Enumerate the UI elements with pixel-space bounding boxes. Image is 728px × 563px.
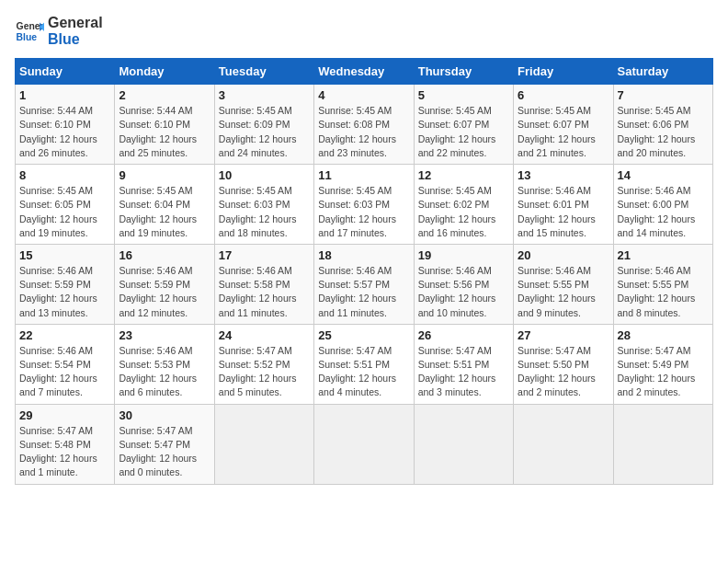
day-detail: Sunrise: 5:46 AM Sunset: 5:54 PM Dayligh…	[19, 344, 110, 400]
day-number: 23	[119, 328, 210, 342]
day-detail: Sunrise: 5:46 AM Sunset: 6:00 PM Dayligh…	[618, 184, 709, 240]
day-detail: Sunrise: 5:45 AM Sunset: 6:04 PM Dayligh…	[119, 184, 210, 240]
day-number: 13	[518, 168, 609, 182]
day-number: 6	[518, 88, 609, 102]
day-detail: Sunrise: 5:45 AM Sunset: 6:06 PM Dayligh…	[618, 104, 709, 160]
day-detail: Sunrise: 5:45 AM Sunset: 6:02 PM Dayligh…	[418, 184, 509, 240]
calendar-cell: 13Sunrise: 5:46 AM Sunset: 6:01 PM Dayli…	[514, 165, 613, 245]
day-number: 11	[318, 168, 409, 182]
day-detail: Sunrise: 5:47 AM Sunset: 5:47 PM Dayligh…	[119, 424, 210, 480]
day-detail: Sunrise: 5:46 AM Sunset: 5:56 PM Dayligh…	[418, 264, 509, 320]
calendar-cell: 11Sunrise: 5:45 AM Sunset: 6:03 PM Dayli…	[314, 165, 414, 245]
day-number: 12	[418, 168, 509, 182]
day-number: 16	[119, 248, 210, 262]
day-number: 27	[518, 328, 609, 342]
calendar-cell: 2Sunrise: 5:44 AM Sunset: 6:10 PM Daylig…	[115, 85, 214, 165]
calendar-week-4: 29Sunrise: 5:47 AM Sunset: 5:48 PM Dayli…	[16, 404, 713, 484]
calendar-cell	[613, 404, 712, 484]
day-detail: Sunrise: 5:45 AM Sunset: 6:07 PM Dayligh…	[518, 104, 609, 160]
calendar-cell: 8Sunrise: 5:45 AM Sunset: 6:05 PM Daylig…	[16, 165, 115, 245]
logo-icon: General Blue	[15, 17, 44, 46]
day-detail: Sunrise: 5:46 AM Sunset: 5:59 PM Dayligh…	[119, 264, 210, 320]
calendar-cell: 12Sunrise: 5:45 AM Sunset: 6:02 PM Dayli…	[414, 165, 513, 245]
day-detail: Sunrise: 5:45 AM Sunset: 6:07 PM Dayligh…	[418, 104, 509, 160]
day-detail: Sunrise: 5:44 AM Sunset: 6:10 PM Dayligh…	[19, 104, 110, 160]
day-number: 28	[618, 328, 709, 342]
day-number: 21	[618, 248, 709, 262]
day-number: 20	[518, 248, 609, 262]
page-header: General Blue General Blue	[15, 15, 713, 47]
calendar-cell: 24Sunrise: 5:47 AM Sunset: 5:52 PM Dayli…	[214, 324, 313, 404]
day-detail: Sunrise: 5:45 AM Sunset: 6:05 PM Dayligh…	[19, 184, 110, 240]
day-number: 1	[19, 88, 110, 102]
calendar-cell: 30Sunrise: 5:47 AM Sunset: 5:47 PM Dayli…	[115, 404, 214, 484]
header-monday: Monday	[115, 59, 214, 85]
day-detail: Sunrise: 5:45 AM Sunset: 6:03 PM Dayligh…	[318, 184, 409, 240]
logo: General Blue General Blue	[15, 15, 103, 47]
day-detail: Sunrise: 5:44 AM Sunset: 6:10 PM Dayligh…	[119, 104, 210, 160]
calendar-cell: 28Sunrise: 5:47 AM Sunset: 5:49 PM Dayli…	[613, 324, 712, 404]
header-saturday: Saturday	[613, 59, 712, 85]
calendar-cell: 20Sunrise: 5:46 AM Sunset: 5:55 PM Dayli…	[514, 244, 613, 324]
calendar-cell: 18Sunrise: 5:46 AM Sunset: 5:57 PM Dayli…	[314, 244, 414, 324]
calendar-cell: 19Sunrise: 5:46 AM Sunset: 5:56 PM Dayli…	[414, 244, 513, 324]
header-thursday: Thursday	[414, 59, 513, 85]
day-number: 4	[318, 88, 409, 102]
calendar-cell: 23Sunrise: 5:46 AM Sunset: 5:53 PM Dayli…	[115, 324, 214, 404]
calendar-week-3: 22Sunrise: 5:46 AM Sunset: 5:54 PM Dayli…	[16, 324, 713, 404]
calendar-cell: 6Sunrise: 5:45 AM Sunset: 6:07 PM Daylig…	[514, 85, 613, 165]
day-detail: Sunrise: 5:46 AM Sunset: 6:01 PM Dayligh…	[518, 184, 609, 240]
calendar-cell: 5Sunrise: 5:45 AM Sunset: 6:07 PM Daylig…	[414, 85, 513, 165]
day-number: 19	[418, 248, 509, 262]
day-number: 9	[119, 168, 210, 182]
calendar-cell: 22Sunrise: 5:46 AM Sunset: 5:54 PM Dayli…	[16, 324, 115, 404]
day-number: 25	[318, 328, 409, 342]
day-detail: Sunrise: 5:45 AM Sunset: 6:08 PM Dayligh…	[318, 104, 409, 160]
calendar-cell: 27Sunrise: 5:47 AM Sunset: 5:50 PM Dayli…	[514, 324, 613, 404]
calendar-cell: 9Sunrise: 5:45 AM Sunset: 6:04 PM Daylig…	[115, 165, 214, 245]
calendar-cell	[214, 404, 313, 484]
calendar-cell: 25Sunrise: 5:47 AM Sunset: 5:51 PM Dayli…	[314, 324, 414, 404]
calendar-cell: 7Sunrise: 5:45 AM Sunset: 6:06 PM Daylig…	[613, 85, 712, 165]
day-detail: Sunrise: 5:45 AM Sunset: 6:09 PM Dayligh…	[219, 104, 310, 160]
day-detail: Sunrise: 5:46 AM Sunset: 5:55 PM Dayligh…	[618, 264, 709, 320]
header-friday: Friday	[514, 59, 613, 85]
day-number: 3	[219, 88, 310, 102]
day-detail: Sunrise: 5:46 AM Sunset: 5:59 PM Dayligh…	[19, 264, 110, 320]
day-number: 14	[618, 168, 709, 182]
day-number: 8	[19, 168, 110, 182]
day-number: 30	[119, 408, 210, 422]
calendar-header-row: SundayMondayTuesdayWednesdayThursdayFrid…	[16, 59, 713, 85]
day-number: 10	[219, 168, 310, 182]
calendar-week-0: 1Sunrise: 5:44 AM Sunset: 6:10 PM Daylig…	[16, 85, 713, 165]
calendar-cell	[314, 404, 414, 484]
calendar-cell: 1Sunrise: 5:44 AM Sunset: 6:10 PM Daylig…	[16, 85, 115, 165]
day-detail: Sunrise: 5:45 AM Sunset: 6:03 PM Dayligh…	[219, 184, 310, 240]
day-number: 15	[19, 248, 110, 262]
logo-blue: Blue	[48, 31, 103, 48]
day-detail: Sunrise: 5:47 AM Sunset: 5:50 PM Dayligh…	[518, 344, 609, 400]
day-detail: Sunrise: 5:47 AM Sunset: 5:51 PM Dayligh…	[318, 344, 409, 400]
day-number: 17	[219, 248, 310, 262]
logo-general: General	[48, 15, 103, 31]
header-sunday: Sunday	[16, 59, 115, 85]
calendar-cell: 10Sunrise: 5:45 AM Sunset: 6:03 PM Dayli…	[214, 165, 313, 245]
day-number: 18	[318, 248, 409, 262]
calendar-cell: 29Sunrise: 5:47 AM Sunset: 5:48 PM Dayli…	[16, 404, 115, 484]
day-detail: Sunrise: 5:46 AM Sunset: 5:58 PM Dayligh…	[219, 264, 310, 320]
header-tuesday: Tuesday	[214, 59, 313, 85]
day-detail: Sunrise: 5:47 AM Sunset: 5:49 PM Dayligh…	[618, 344, 709, 400]
calendar-cell: 17Sunrise: 5:46 AM Sunset: 5:58 PM Dayli…	[214, 244, 313, 324]
calendar-cell: 14Sunrise: 5:46 AM Sunset: 6:00 PM Dayli…	[613, 165, 712, 245]
calendar-cell: 21Sunrise: 5:46 AM Sunset: 5:55 PM Dayli…	[613, 244, 712, 324]
day-detail: Sunrise: 5:46 AM Sunset: 5:55 PM Dayligh…	[518, 264, 609, 320]
day-number: 29	[19, 408, 110, 422]
calendar-cell	[514, 404, 613, 484]
calendar-week-2: 15Sunrise: 5:46 AM Sunset: 5:59 PM Dayli…	[16, 244, 713, 324]
calendar-cell	[414, 404, 513, 484]
day-number: 7	[618, 88, 709, 102]
day-detail: Sunrise: 5:47 AM Sunset: 5:48 PM Dayligh…	[19, 424, 110, 480]
day-detail: Sunrise: 5:46 AM Sunset: 5:53 PM Dayligh…	[119, 344, 210, 400]
day-number: 24	[219, 328, 310, 342]
calendar-cell: 4Sunrise: 5:45 AM Sunset: 6:08 PM Daylig…	[314, 85, 414, 165]
